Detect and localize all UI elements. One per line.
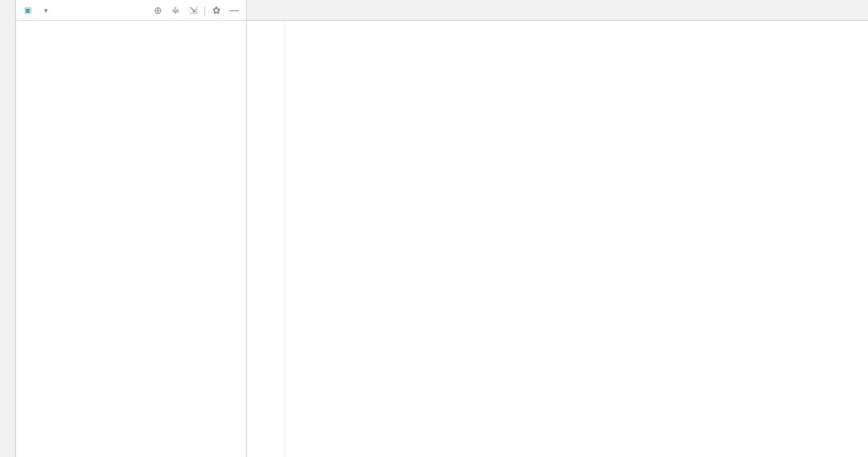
project-panel-header: ▣ ▾ ⊕ ≑ ⇲ | ✿ — xyxy=(16,0,246,21)
editor-area xyxy=(247,0,868,457)
project-icon: ▣ xyxy=(21,5,34,16)
hide-icon[interactable]: — xyxy=(227,3,241,18)
gutter xyxy=(247,21,285,457)
code-editor[interactable] xyxy=(247,21,868,457)
project-tree[interactable] xyxy=(16,21,246,457)
locate-icon[interactable]: ⊕ xyxy=(151,3,165,18)
project-panel: ▣ ▾ ⊕ ≑ ⇲ | ✿ — xyxy=(16,0,247,457)
marker-strip xyxy=(285,21,297,457)
expand-icon[interactable]: ≑ xyxy=(168,3,183,18)
project-tool-stripe[interactable] xyxy=(0,0,16,457)
dropdown-chevron-icon[interactable]: ▾ xyxy=(44,6,48,14)
editor-tabs xyxy=(247,0,868,21)
code-body[interactable] xyxy=(297,21,868,457)
collapse-icon[interactable]: ⇲ xyxy=(186,3,200,18)
settings-icon[interactable]: ✿ xyxy=(209,3,224,18)
